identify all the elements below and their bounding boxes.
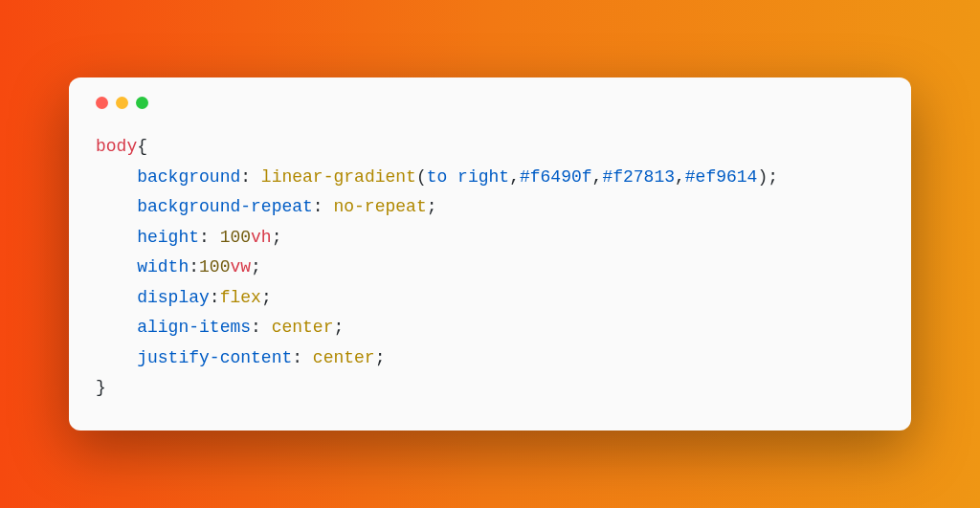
css-value: center (313, 348, 375, 367)
close-brace: } (96, 378, 106, 397)
code-window: body{ background: linear-gradient(to rig… (69, 77, 911, 431)
semicolon: ; (272, 228, 282, 247)
css-arg: #f6490f (520, 167, 592, 187)
semicolon: ; (375, 348, 386, 367)
code-block: body{ background: linear-gradient(to rig… (96, 132, 884, 404)
indent (96, 318, 137, 337)
colon: : (292, 348, 313, 367)
semicolon: ; (768, 167, 778, 187)
maximize-icon[interactable] (136, 97, 148, 109)
css-number: 100 (220, 228, 251, 247)
comma: , (592, 167, 603, 187)
css-arg: #ef9614 (685, 167, 758, 187)
colon: : (210, 288, 220, 307)
css-arg: to right (427, 167, 509, 187)
css-unit: vh (251, 228, 272, 247)
close-paren: ) (757, 167, 768, 187)
css-property: align-items (137, 318, 251, 337)
css-value: flex (220, 288, 261, 307)
indent (96, 257, 137, 276)
open-paren: ( (416, 167, 427, 187)
indent (96, 167, 137, 187)
css-property: display (137, 288, 210, 307)
window-controls (96, 97, 884, 109)
colon: : (251, 318, 272, 337)
open-brace: { (137, 137, 147, 156)
css-unit: vw (230, 257, 251, 276)
css-property: width (137, 257, 189, 276)
minimize-icon[interactable] (116, 97, 128, 109)
indent (96, 228, 137, 247)
css-number: 100 (199, 257, 230, 276)
indent (96, 197, 137, 216)
css-arg: #f27813 (602, 167, 675, 187)
semicolon: ; (333, 318, 344, 337)
css-property: justify-content (137, 348, 292, 367)
css-property: background (137, 167, 240, 187)
semicolon: ; (427, 197, 437, 216)
css-value: no-repeat (333, 197, 426, 216)
colon: : (189, 257, 199, 276)
close-icon[interactable] (96, 97, 108, 109)
css-value: center (272, 318, 334, 337)
indent (96, 288, 137, 307)
colon: : (199, 228, 220, 247)
comma: , (509, 167, 520, 187)
colon: : (313, 197, 334, 216)
colon: : (240, 167, 261, 187)
css-selector: body (96, 137, 137, 156)
comma: , (675, 167, 685, 187)
css-function: linear-gradient (261, 167, 416, 187)
semicolon: ; (251, 257, 261, 276)
indent (96, 348, 137, 367)
css-property: background-repeat (137, 197, 313, 216)
semicolon: ; (261, 288, 272, 307)
css-property: height (137, 228, 199, 247)
